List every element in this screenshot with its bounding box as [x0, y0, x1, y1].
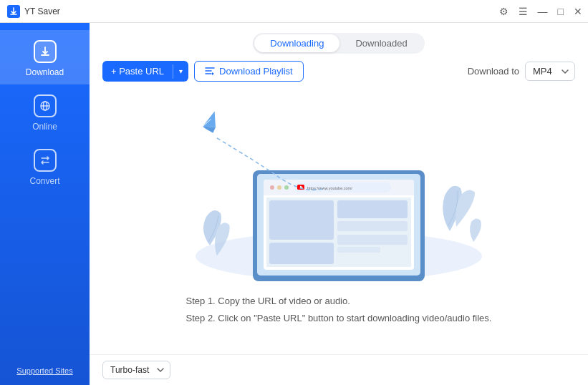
svg-rect-19 [269, 200, 334, 240]
title-bar: YT Saver ⚙ ☰ — □ ✕ [0, 0, 588, 23]
close-icon[interactable]: ✕ [574, 6, 582, 16]
svg-rect-21 [337, 221, 408, 231]
settings-icon[interactable]: ⚙ [499, 6, 509, 16]
toolbar: + Paste URL ▾ Download Playlist Download… [90, 61, 588, 89]
sidebar-item-download-label: Download [26, 67, 64, 77]
step1-text: Step 1. Copy the URL of video or audio. [186, 293, 492, 309]
speed-select[interactable]: Turbo-fast Fast Normal [102, 361, 170, 379]
format-select[interactable]: MP4 MP3 AVI MOV MKV [525, 62, 575, 81]
app-title: YT Saver [24, 6, 60, 16]
tab-downloaded[interactable]: Downloaded [339, 34, 423, 52]
tab-downloading[interactable]: Downloading [254, 34, 339, 52]
sidebar-item-convert[interactable]: Convert [0, 139, 90, 193]
sidebar-item-online-label: Online [32, 122, 57, 132]
convert-icon-box [34, 149, 57, 172]
download-icon-box [34, 40, 57, 63]
content-area: Downloading Downloaded + Paste URL ▾ Dow… [90, 23, 588, 385]
download-to-label: Download to [468, 66, 519, 77]
steps-text: Step 1. Copy the URL of video or audio. … [186, 293, 492, 326]
bottom-bar: Turbo-fast Fast Normal [90, 354, 588, 385]
svg-point-13 [284, 185, 289, 190]
sidebar-bottom: Supported Sites [0, 358, 90, 385]
app-icon [7, 5, 20, 18]
svg-rect-24 [337, 247, 380, 253]
main-illustration: https://www.youtube.com/ [160, 102, 518, 281]
svg-point-12 [277, 185, 281, 190]
tab-group: Downloading Downloaded [253, 33, 424, 54]
title-bar-controls: ⚙ ☰ — □ ✕ [499, 6, 582, 16]
online-icon-box [34, 94, 57, 117]
svg-rect-22 [269, 243, 334, 264]
svg-point-11 [270, 185, 274, 190]
sidebar-item-download[interactable]: Download [0, 30, 90, 84]
illustration-area: https://www.youtube.com/ [90, 89, 588, 354]
maximize-icon[interactable]: □ [558, 6, 564, 16]
title-bar-left: YT Saver [7, 5, 60, 18]
download-playlist-label: Download Playlist [219, 66, 293, 77]
sidebar: Download Online Convert [0, 23, 90, 385]
sidebar-item-convert-label: Convert [29, 176, 59, 186]
svg-rect-20 [337, 200, 408, 218]
tab-bar: Downloading Downloaded [90, 23, 588, 61]
minimize-icon[interactable]: — [538, 6, 548, 16]
supported-sites-link[interactable]: Supported Sites [0, 366, 90, 375]
sidebar-item-online[interactable]: Online [0, 84, 90, 139]
download-playlist-button[interactable]: Download Playlist [194, 61, 304, 82]
menu-icon[interactable]: ☰ [519, 6, 528, 16]
main-layout: Download Online Convert [0, 23, 588, 385]
step2-text: Step 2. Click on "Paste URL" button to s… [186, 310, 492, 326]
playlist-icon [205, 67, 215, 76]
svg-rect-23 [337, 235, 408, 245]
paste-url-button[interactable]: + Paste URL ▾ [102, 61, 188, 82]
paste-url-label: + Paste URL [102, 61, 173, 82]
paste-url-caret-icon[interactable]: ▾ [173, 62, 188, 80]
